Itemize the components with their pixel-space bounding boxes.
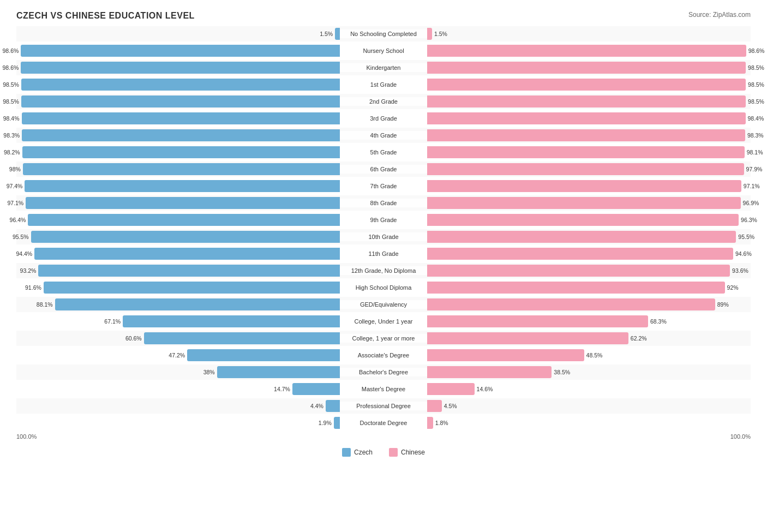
education-level-label: Professional Degree <box>340 402 427 410</box>
right-section: 93.6% <box>427 265 751 277</box>
czech-bar: 98.6% <box>21 45 340 57</box>
bar-group: 4.4%Professional Degree4.5% <box>16 398 751 414</box>
czech-bar: 96.4% <box>28 214 340 226</box>
chinese-value-label: 62.2% <box>631 335 647 342</box>
education-level-label: 9th Grade <box>340 216 427 224</box>
czech-bar: 47.2% <box>187 349 340 361</box>
education-level-label: College, 1 year or more <box>340 334 427 343</box>
left-bar-wrapper: 94.4% <box>16 248 340 260</box>
right-bar-wrapper: 97.1% <box>427 180 751 192</box>
czech-value-label: 98.2% <box>4 149 20 156</box>
czech-value-label: 94.4% <box>16 250 32 257</box>
chinese-legend-box <box>389 448 398 457</box>
education-level-label: 2nd Grade <box>340 97 427 106</box>
left-bar-wrapper: 97.4% <box>16 180 340 192</box>
chinese-bar: 98.5% <box>427 79 746 91</box>
chinese-value-label: 38.5% <box>554 369 570 375</box>
left-bar-wrapper: 98.2% <box>16 146 340 158</box>
education-level-label: 5th Grade <box>340 148 427 157</box>
education-level-label: Associate's Degree <box>340 351 427 360</box>
left-section: 98.6% <box>16 45 340 57</box>
left-section: 98.6% <box>16 62 340 74</box>
right-section: 98.3% <box>427 129 751 141</box>
czech-value-label: 14.7% <box>274 386 290 392</box>
education-level-label: GED/Equivalency <box>340 300 427 309</box>
education-level-label: High School Diploma <box>340 283 427 292</box>
czech-value-label: 60.6% <box>125 335 142 342</box>
bar-group: 96.4%9th Grade96.3% <box>16 212 751 228</box>
chinese-value-label: 98.4% <box>748 115 764 122</box>
czech-bar: 98.2% <box>22 146 340 158</box>
chinese-bar: 14.6% <box>427 383 475 395</box>
czech-value-label: 4.4% <box>310 403 323 409</box>
chinese-value-label: 98.5% <box>748 81 764 88</box>
education-level-label: 8th Grade <box>340 199 427 207</box>
education-level-label: Doctorate Degree <box>340 419 427 427</box>
czech-bar: 67.1% <box>123 315 340 327</box>
chinese-bar: 68.3% <box>427 315 648 327</box>
source-text: Source: ZipAtlas.com <box>688 11 751 19</box>
right-bar-wrapper: 98.1% <box>427 146 751 158</box>
right-section: 97.9% <box>427 163 751 175</box>
education-level-label: Nursery School <box>340 46 427 55</box>
right-bar-wrapper: 97.9% <box>427 163 751 175</box>
education-level-label: 4th Grade <box>340 131 427 140</box>
left-bar-wrapper: 95.5% <box>16 231 340 243</box>
chinese-bar: 98.3% <box>427 129 745 141</box>
right-bar-wrapper: 68.3% <box>427 315 751 327</box>
czech-bar: 88.1% <box>55 298 340 310</box>
left-bar-wrapper: 96.4% <box>16 214 340 226</box>
right-bar-wrapper: 93.6% <box>427 265 751 277</box>
czech-value-label: 95.5% <box>13 234 29 240</box>
chinese-legend-label: Chinese <box>401 449 425 456</box>
chinese-value-label: 93.6% <box>732 267 748 274</box>
bar-group: 47.2%Associate's Degree48.5% <box>16 348 751 363</box>
chinese-value-label: 48.5% <box>586 352 603 358</box>
right-bar-wrapper: 98.3% <box>427 129 751 141</box>
chinese-bar: 97.1% <box>427 180 741 192</box>
czech-bar: 98.5% <box>21 79 340 91</box>
chinese-value-label: 97.1% <box>744 183 760 189</box>
right-section: 97.1% <box>427 180 751 192</box>
chinese-bar: 94.6% <box>427 248 733 260</box>
chinese-bar: 96.9% <box>427 197 741 209</box>
right-bar-wrapper: 98.5% <box>427 95 751 107</box>
left-section: 97.1% <box>16 197 340 209</box>
left-bar-wrapper: 98.5% <box>16 79 340 91</box>
left-section: 14.7% <box>16 383 340 395</box>
czech-value-label: 1.9% <box>319 420 332 426</box>
left-bar-wrapper: 98.6% <box>16 45 340 57</box>
left-section: 98.2% <box>16 146 340 158</box>
czech-value-label: 97.1% <box>7 200 23 206</box>
chinese-value-label: 89% <box>717 301 729 308</box>
czech-value-label: 98% <box>9 166 21 172</box>
czech-bar: 98.5% <box>21 95 340 107</box>
left-bar-wrapper: 98.5% <box>16 95 340 107</box>
left-bar-wrapper: 4.4% <box>16 400 340 412</box>
chinese-value-label: 98.1% <box>747 149 763 156</box>
left-section: 1.9% <box>16 417 340 429</box>
bar-group: 98%6th Grade97.9% <box>16 162 751 177</box>
bar-group: 98.6%Kindergarten98.5% <box>16 60 751 75</box>
chinese-value-label: 95.5% <box>738 234 754 240</box>
bar-group: 60.6%College, 1 year or more62.2% <box>16 331 751 346</box>
czech-value-label: 98.5% <box>3 81 19 88</box>
chinese-bar: 98.1% <box>427 146 745 158</box>
chinese-value-label: 14.6% <box>477 386 493 392</box>
czech-value-label: 98.5% <box>3 98 19 105</box>
bar-group: 95.5%10th Grade95.5% <box>16 229 751 244</box>
czech-bar: 98.4% <box>22 112 340 124</box>
right-section: 98.5% <box>427 95 751 107</box>
left-section: 97.4% <box>16 180 340 192</box>
chinese-value-label: 96.9% <box>743 200 759 206</box>
czech-bar: 4.4% <box>326 400 340 412</box>
legend: Czech Chinese <box>16 448 751 457</box>
czech-value-label: 1.5% <box>320 31 333 37</box>
chinese-bar: 92% <box>427 282 725 294</box>
left-section: 94.4% <box>16 248 340 260</box>
czech-value-label: 98.4% <box>3 115 20 122</box>
left-section: 96.4% <box>16 214 340 226</box>
chinese-bar: 1.5% <box>427 28 432 40</box>
left-section: 98.3% <box>16 129 340 141</box>
bar-group: 14.7%Master's Degree14.6% <box>16 381 751 397</box>
